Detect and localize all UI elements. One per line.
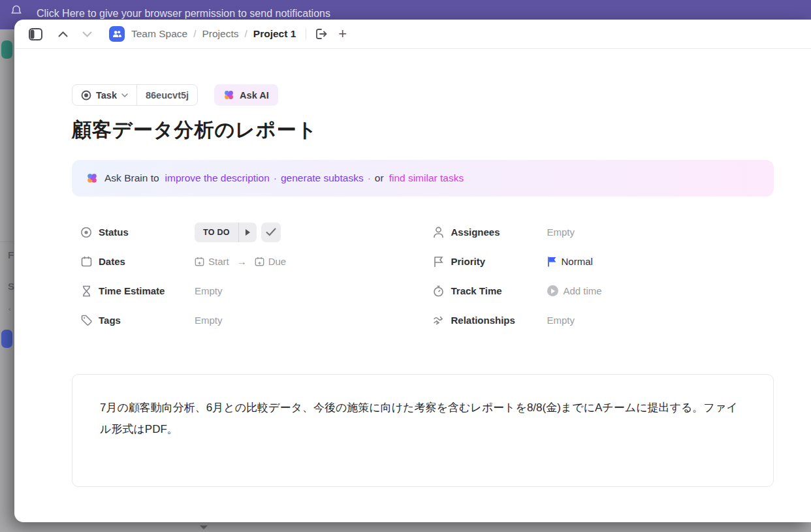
ai-flower-icon [223, 89, 234, 101]
ask-brain-prefix: Ask Brain to [104, 172, 159, 184]
status-next-button[interactable] [239, 223, 257, 242]
notification-text[interactable]: Click Here to give your browser permissi… [37, 8, 330, 20]
header-divider [306, 28, 306, 40]
workspace-avatar [1, 40, 12, 59]
tags-value[interactable]: Empty [195, 315, 223, 326]
task-description[interactable]: 7月の顧客動向分析、6月との比較データ、今後の施策に向けた考察を含むレポートを8… [72, 374, 774, 487]
task-modal-header: Team Space / Projects / Project 1 + [14, 20, 811, 49]
field-time-estimate: Time Estimate Empty [72, 276, 423, 305]
check-icon [266, 228, 276, 236]
task-content: Task 86eucvt5j Ask AI 顧客データ分析のレポート [14, 84, 811, 487]
add-time-text[interactable]: Add time [564, 285, 602, 296]
breadcrumb-separator: / [244, 28, 247, 40]
field-priority: Priority Normal [423, 247, 774, 276]
chevron-down-icon [121, 93, 128, 97]
time-estimate-label: Time Estimate [99, 285, 195, 296]
tag-icon [80, 314, 93, 327]
ask-ai-button[interactable]: Ask AI [214, 84, 278, 106]
dates-value[interactable]: Start → Due [195, 256, 286, 267]
task-status-target-icon [81, 90, 91, 101]
ai-flower-icon [86, 172, 98, 184]
sidebar-toggle-icon[interactable] [29, 28, 42, 40]
sidebar-chevron-hint: ‹ [8, 305, 11, 313]
task-badge-row: Task 86eucvt5j Ask AI [72, 84, 774, 106]
field-relationships: Relationships Empty [423, 305, 774, 335]
ask-brain-banner: Ask Brain to improve the description · g… [72, 160, 774, 196]
status-next-arrow-icon [246, 229, 250, 236]
status-label: Status [99, 227, 195, 238]
sidebar-spaces-hint: S [8, 281, 14, 292]
calendar-icon [80, 255, 93, 268]
bell-icon [10, 4, 23, 20]
task-type-pill: Task 86eucvt5j [72, 84, 198, 106]
relationships-icon [432, 314, 445, 327]
mark-complete-button[interactable] [261, 223, 281, 242]
hourglass-icon [80, 285, 93, 298]
tags-label: Tags [99, 315, 195, 326]
generate-subtasks-link[interactable]: generate subtasks [281, 172, 364, 184]
track-time-value[interactable]: Add time [547, 285, 602, 296]
play-circle-icon[interactable] [547, 285, 558, 296]
status-pill[interactable]: TO DO [195, 223, 257, 242]
field-status: Status TO DO [72, 217, 423, 247]
status-icon [80, 226, 93, 239]
start-date[interactable]: Start [208, 256, 229, 267]
time-estimate-value[interactable]: Empty [195, 285, 223, 296]
add-tab-icon[interactable]: + [338, 27, 347, 41]
priority-icon [432, 255, 445, 268]
relationships-label: Relationships [451, 315, 547, 326]
track-time-label: Track Time [451, 285, 547, 296]
prev-task-chevron-icon[interactable] [58, 31, 68, 37]
assignees-icon [432, 226, 445, 239]
breadcrumb-separator: / [193, 28, 196, 40]
ask-ai-label: Ask AI [240, 90, 269, 101]
banner-dot: · [368, 172, 371, 184]
status-value[interactable]: TO DO [195, 223, 238, 242]
share-export-icon[interactable] [315, 28, 328, 40]
due-date[interactable]: Due [268, 256, 287, 267]
task-title[interactable]: 顧客データ分析のレポート [72, 117, 774, 144]
priority-label: Priority [451, 256, 547, 267]
assignees-value[interactable]: Empty [547, 227, 575, 238]
breadcrumb-folder[interactable]: Projects [202, 28, 238, 40]
assignees-label: Assignees [451, 227, 547, 238]
dropdown-arrow-icon [200, 525, 208, 529]
banner-or-text: or [375, 172, 384, 184]
stopwatch-icon [432, 285, 445, 298]
dimmed-sidebar: F S ‹ [0, 29, 14, 532]
breadcrumb-current[interactable]: Project 1 [253, 28, 296, 40]
field-assignees: Assignees Empty [423, 217, 774, 247]
field-tags: Tags Empty [72, 305, 423, 335]
field-track-time: Track Time Add time [423, 276, 774, 305]
priority-flag-icon [547, 257, 556, 267]
team-space-avatar[interactable] [109, 26, 125, 42]
relationships-value[interactable]: Empty [547, 315, 575, 326]
sidebar-favorites-hint: F [8, 249, 14, 260]
sidebar-divider [0, 242, 14, 242]
dates-label: Dates [99, 256, 195, 267]
calendar-plus-icon [195, 257, 204, 266]
banner-dot: · [274, 172, 277, 184]
breadcrumb: Team Space / Projects / Project 1 [131, 28, 296, 40]
task-modal: Team Space / Projects / Project 1 + Task [14, 20, 811, 522]
task-fields: Status TO DO Assignees Empt [72, 217, 774, 335]
date-range-arrow: → [237, 256, 247, 267]
priority-text: Normal [562, 256, 593, 267]
improve-description-link[interactable]: improve the description [165, 172, 270, 184]
task-type-label: Task [96, 90, 117, 101]
field-dates: Dates Start → Due [72, 247, 423, 276]
next-task-chevron-icon[interactable] [82, 31, 92, 37]
space-avatar [1, 330, 12, 348]
task-id[interactable]: 86eucvt5j [137, 85, 197, 105]
breadcrumb-space[interactable]: Team Space [131, 28, 187, 40]
priority-value[interactable]: Normal [547, 256, 593, 267]
task-type-selector[interactable]: Task [72, 85, 136, 105]
find-similar-tasks-link[interactable]: find similar tasks [389, 172, 464, 184]
calendar-plus-icon [255, 257, 264, 266]
